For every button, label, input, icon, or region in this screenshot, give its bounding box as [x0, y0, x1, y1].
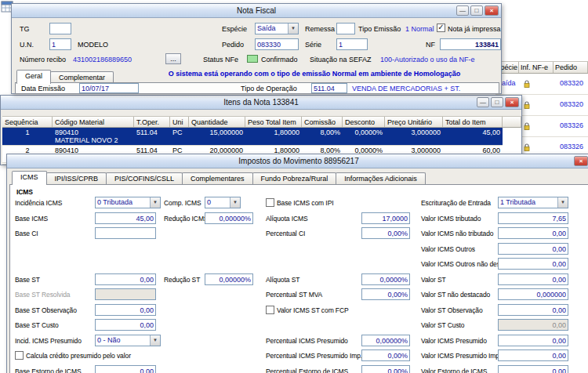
- nf-input[interactable]: [440, 38, 501, 50]
- lock-icon: [523, 143, 531, 152]
- tab-ipi-iss-cprb[interactable]: IPI/ISS/CPRB: [46, 172, 107, 185]
- tipo-operacao-label: Tipo de Operação: [241, 85, 297, 93]
- pedido-input[interactable]: [255, 38, 299, 50]
- cell-preco: 3,000000: [385, 128, 443, 145]
- data-emissao-label: Data Emissão: [21, 85, 65, 93]
- tab-geral[interactable]: Geral: [16, 70, 51, 84]
- cell-uni: PC: [170, 128, 189, 145]
- valor-icms-presumido-imp-pr-input[interactable]: [498, 349, 568, 361]
- nota-impressa-checkbox[interactable]: [437, 24, 445, 32]
- percentual-icms-presumido-input[interactable]: [361, 335, 410, 346]
- close-icon[interactable]: ×: [505, 97, 519, 107]
- valor-estorno-icms-label: Valor Estorno de ICMS: [421, 368, 487, 373]
- column-header-pedido[interactable]: Pedido: [554, 62, 588, 73]
- tab-informacoes-adicionais[interactable]: Informações Adicionais: [336, 172, 426, 185]
- comp-icms-combo[interactable]: 0 ▼: [205, 197, 241, 208]
- percentual-st-mva-label: Percentual ST MVA: [266, 291, 322, 299]
- column-header-comissao[interactable]: Comissão: [302, 117, 343, 127]
- remessa-input[interactable]: [336, 23, 355, 34]
- reducao-st-input[interactable]: [205, 273, 253, 285]
- valor-st-observacao-input[interactable]: [498, 304, 568, 316]
- column-header-peso[interactable]: Peso Total Item: [245, 117, 302, 127]
- valor-icms-outros-nao-dest-input[interactable]: [498, 258, 568, 270]
- base-icms-com-ipi-label: Base ICMS com IPI: [277, 199, 333, 208]
- minimize-button[interactable]: —: [477, 97, 489, 107]
- situacao-sefaz-value: 100-Autorizado o uso da NF-e: [380, 56, 475, 64]
- column-header-codigo-material[interactable]: Código Material: [53, 117, 134, 127]
- valor-icms-nao-tributado-input[interactable]: [498, 227, 568, 239]
- calcula-credito-presumido-label: Calcula crédito presumido pelo valor: [26, 352, 131, 360]
- window-title: Impostos do Movimento 88956217: [238, 157, 358, 165]
- cell-peso: 1,80000: [245, 128, 302, 145]
- aliquota-st-input[interactable]: [361, 273, 410, 285]
- column-header-uni[interactable]: Uni: [170, 117, 189, 127]
- cell-seq: 1: [2, 128, 53, 145]
- column-header-inf-nfe[interactable]: Inf. NF-e: [519, 62, 554, 73]
- percentual-icms-presumido-imp-pr-input[interactable]: [361, 349, 410, 361]
- pedido-cell: 083320: [554, 100, 583, 109]
- chevron-down-icon: ▼: [288, 24, 298, 34]
- valor-st-input[interactable]: [498, 273, 568, 285]
- serie-input[interactable]: [336, 38, 368, 50]
- column-header-preco[interactable]: Preço Unitário: [385, 117, 443, 127]
- chevron-down-icon: ▼: [150, 197, 160, 208]
- reducao-icms-label: Redução ICMS: [164, 215, 208, 223]
- column-header-quantidade[interactable]: Quantidade: [189, 117, 245, 127]
- especie-select[interactable]: Saída ▼: [255, 23, 299, 34]
- chevron-down-icon: ▼: [230, 197, 240, 208]
- percentual-ci-input[interactable]: [361, 227, 410, 239]
- background-grid-header: spécie Inf. NF-e Pedido: [495, 61, 588, 74]
- escrituracao-entrada-combo[interactable]: 1 Tributada ▼: [498, 197, 568, 208]
- incidencia-icms-combo[interactable]: 0 Tributada ▼: [95, 197, 161, 208]
- valor-st-nao-destacado-input[interactable]: [498, 288, 568, 300]
- aliquota-icms-input[interactable]: [361, 212, 410, 224]
- percentual-estorno-icms-input[interactable]: [361, 365, 410, 373]
- more-button[interactable]: ...: [165, 53, 181, 64]
- base-icms-input[interactable]: [95, 212, 156, 224]
- incid-icms-presumido-combo[interactable]: 0 - Não ▼: [95, 335, 161, 346]
- base-ci-label: Base CI: [15, 230, 38, 238]
- valor-icms-presumido-input[interactable]: [498, 335, 568, 346]
- tab-icms[interactable]: ICMS: [12, 171, 47, 185]
- valor-icms-outros-input[interactable]: [498, 243, 568, 255]
- reducao-icms-input[interactable]: [205, 212, 253, 224]
- maximize-button[interactable]: □: [491, 97, 503, 107]
- base-st-custo-input[interactable]: [95, 319, 156, 331]
- incidencia-icms-value: 0 Tributada: [96, 197, 150, 208]
- minimize-button[interactable]: —: [456, 5, 469, 16]
- column-header-total[interactable]: Total do Item: [443, 117, 503, 127]
- percentual-estorno-icms-label: Percentual Estorno de ICMS: [266, 368, 348, 373]
- maximize-button[interactable]: □: [470, 5, 483, 16]
- un-input[interactable]: [49, 38, 71, 50]
- calcula-credito-presumido-checkbox[interactable]: [15, 351, 24, 360]
- close-icon[interactable]: ×: [574, 156, 588, 166]
- base-icms-com-ipi-checkbox[interactable]: [266, 198, 274, 207]
- tab-complementares[interactable]: Complementares: [182, 172, 253, 185]
- base-st-input[interactable]: [95, 273, 156, 285]
- column-header-desconto[interactable]: Desconto: [343, 117, 385, 127]
- ambiente-homologacao-message: O sistema está operando com o tipo de em…: [129, 70, 499, 78]
- valor-icms-tributado-input[interactable]: [498, 212, 568, 224]
- grid-row[interactable]: Saída 083320: [495, 74, 588, 95]
- tab-pis-cofins-csll[interactable]: PIS/COFINS/CSLL: [106, 172, 183, 185]
- tg-input[interactable]: [49, 23, 71, 34]
- column-header-toper[interactable]: T.Oper.: [134, 117, 170, 127]
- valor-icms-outros-nao-dest-label: Valor ICMS Outros não dest.: [421, 260, 503, 269]
- base-st-resolvida-label: Base ST Resolvida: [15, 291, 70, 299]
- titlebar-nota-fiscal[interactable]: Nota Fiscal — □ ×: [12, 4, 501, 18]
- base-ci-input[interactable]: [95, 227, 156, 239]
- base-st-observacao-input[interactable]: [95, 304, 156, 316]
- base-estorno-icms-input[interactable]: [95, 365, 156, 373]
- valor-icms-st-fcp-checkbox[interactable]: [266, 306, 274, 314]
- close-icon[interactable]: ×: [485, 5, 499, 16]
- column-header-sequencia[interactable]: Sequência: [2, 117, 53, 127]
- titlebar-impostos[interactable]: Impostos do Movimento 88956217 ×: [7, 154, 588, 168]
- data-emissao-input[interactable]: [79, 83, 139, 93]
- tipo-operacao-input[interactable]: [311, 83, 347, 93]
- aliquota-icms-label: Alíquota ICMS: [266, 215, 308, 223]
- percentual-st-mva-input[interactable]: [361, 288, 410, 300]
- titlebar-itens-nota[interactable]: Itens da Nota 133841 — □ ×: [1, 96, 521, 110]
- tab-fundo-pobreza-rural[interactable]: Fundo Pobreza/Rural: [252, 172, 337, 185]
- table-row-selected[interactable]: 1 890410MATERIAL NOVO 2 511.04 PC 15,000…: [2, 128, 503, 146]
- valor-estorno-icms-input[interactable]: [498, 365, 568, 373]
